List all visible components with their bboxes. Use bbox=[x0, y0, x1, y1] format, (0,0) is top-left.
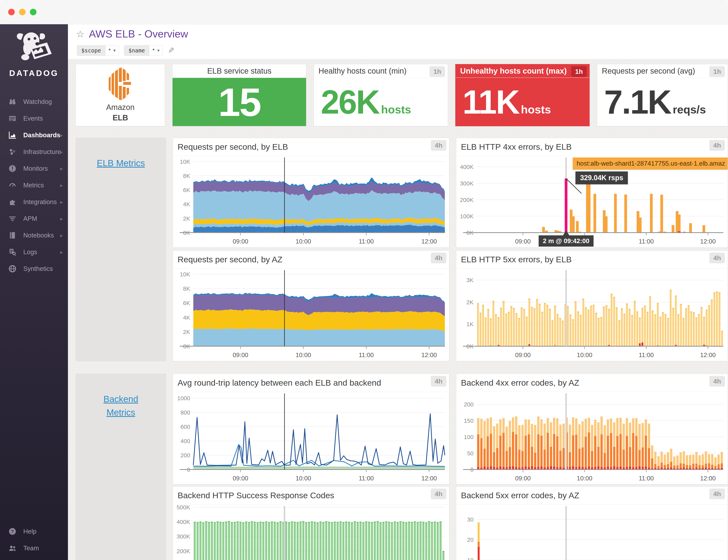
sidebar-item-label: Integrations bbox=[23, 198, 57, 206]
timeframe-badge[interactable]: 1h bbox=[429, 66, 445, 77]
svg-text:10:00: 10:00 bbox=[577, 351, 592, 358]
svg-text:11:00: 11:00 bbox=[359, 351, 374, 358]
plot-area[interactable]: 0200400600800100009:0010:0011:0012:00 bbox=[173, 392, 449, 484]
sidebar-item-synthetics[interactable]: Synthetics bbox=[0, 260, 68, 277]
globe-icon bbox=[8, 264, 17, 273]
amazon-elb-caption: AmazonELB bbox=[106, 102, 135, 123]
sidebar-item-logs[interactable]: Logs bbox=[0, 244, 68, 260]
chart-backend-5xx-error-codes[interactable]: Backend 5xx error codes, by AZ4h 1020300… bbox=[456, 486, 728, 560]
chart-backend-4xx-error-codes[interactable]: Backend 4xx error codes, by AZ4h 0501001… bbox=[456, 374, 728, 484]
timeframe-badge[interactable]: 4h bbox=[431, 140, 446, 151]
backend-metrics-link[interactable]: BackendMetrics bbox=[76, 392, 166, 419]
sidebar-item-team[interactable]: Team bbox=[0, 540, 68, 557]
template-var-scope[interactable]: $scope *▾ bbox=[77, 45, 119, 56]
svg-text:10K: 10K bbox=[180, 158, 190, 165]
svg-text:12:00: 12:00 bbox=[700, 475, 716, 482]
sidebar-item-dashboards[interactable]: Dashboards bbox=[0, 127, 68, 143]
chart-requests-per-second-by-elb[interactable]: Requests per second, by ELB4h 0K2K4K6K8K… bbox=[173, 138, 449, 248]
plot-area[interactable]: 0K2K4K6K8K10K09:0010:0011:0012:00 bbox=[173, 269, 449, 361]
chart-elb-http-4xx-errors[interactable]: ELB HTTP 4xx errors, by ELB4h 0K100K200K… bbox=[456, 138, 728, 248]
plot-area[interactable]: 100K200K300K400K500K09:0010:0011:0012:00 bbox=[173, 504, 449, 560]
sidebar-item-notebooks[interactable]: Notebooks bbox=[0, 227, 68, 244]
template-var-name[interactable]: $name *▾ bbox=[124, 45, 163, 56]
timeframe-badge[interactable]: 4h bbox=[431, 253, 446, 263]
svg-text:300K: 300K bbox=[460, 180, 473, 187]
svg-text:11:00: 11:00 bbox=[639, 238, 654, 245]
svg-text:09:00: 09:00 bbox=[233, 238, 248, 245]
svg-text:10: 10 bbox=[467, 557, 473, 560]
timeframe-badge[interactable]: 1h bbox=[571, 66, 587, 77]
page-title: AWS ELB - Overview bbox=[89, 28, 188, 40]
template-var-value-dropdown[interactable]: *▾ bbox=[149, 45, 163, 56]
area-chart-icon bbox=[8, 131, 17, 139]
plot-area[interactable]: 0K2K4K6K8K10K09:0010:0011:0012:00 bbox=[173, 156, 449, 247]
sidebar: DATADOG Watchdog Events Dashboards Infra… bbox=[0, 24, 68, 560]
unhealthy-hosts-widget[interactable]: Unhealthy hosts count (max)1h 11Khosts bbox=[455, 64, 590, 126]
sidebar-item-watchdog[interactable]: Watchdog bbox=[0, 93, 68, 110]
people-icon bbox=[8, 544, 17, 552]
sidebar-item-label: Notebooks bbox=[23, 232, 54, 239]
plot-area[interactable]: 10203009:0010:0011:0012:00 bbox=[456, 504, 728, 560]
sidebar-item-help[interactable]: Help bbox=[0, 523, 68, 540]
plot-area[interactable]: 0K100K200K300K400K09:0010:0011:0012:00 bbox=[456, 156, 728, 247]
elb-metrics-link[interactable]: ELB Metrics bbox=[76, 157, 166, 170]
widget-title: Requests per second (avg) bbox=[597, 67, 695, 75]
elb-service-status-widget[interactable]: ELB service status 15 bbox=[172, 64, 306, 126]
sidebar-item-metrics[interactable]: Metrics bbox=[0, 177, 68, 194]
svg-text:600: 600 bbox=[181, 423, 190, 430]
chevron-down-icon: ▾ bbox=[113, 48, 116, 53]
sidebar-item-label: Dashboards bbox=[23, 131, 60, 139]
sidebar-item-events[interactable]: Events bbox=[0, 110, 68, 127]
chevron-down-icon: ▾ bbox=[157, 48, 160, 53]
timeframe-badge[interactable]: 4h bbox=[709, 140, 725, 151]
timeframe-badge[interactable]: 4h bbox=[431, 489, 446, 499]
svg-text:4K: 4K bbox=[183, 201, 190, 207]
zoom-window-button[interactable] bbox=[30, 9, 37, 15]
svg-text:6K: 6K bbox=[183, 187, 190, 193]
widget-title: Unhealthy hosts count (max) bbox=[455, 67, 567, 75]
svg-text:500K: 500K bbox=[177, 504, 190, 510]
datadog-logo[interactable]: DATADOG bbox=[0, 24, 68, 80]
chart-title: Avg round-trip latency between each ELB … bbox=[173, 378, 381, 388]
template-var-name: $scope bbox=[77, 45, 105, 56]
stat-unit: reqs/s bbox=[673, 103, 706, 116]
chart-elb-http-5xx-errors[interactable]: ELB HTTP 5xx errors, by ELB4h 0K1K2K3K09… bbox=[456, 250, 728, 361]
timeframe-badge[interactable]: 4h bbox=[431, 376, 446, 387]
sidebar-item-monitors[interactable]: Monitors bbox=[0, 160, 68, 177]
timeframe-badge[interactable]: 1h bbox=[709, 66, 725, 77]
chart-title: ELB HTTP 5xx errors, by ELB bbox=[456, 255, 571, 264]
svg-text:2K: 2K bbox=[183, 215, 190, 222]
timeframe-badge[interactable]: 4h bbox=[709, 253, 725, 263]
close-window-button[interactable] bbox=[8, 9, 15, 15]
chart-avg-round-trip-latency[interactable]: Avg round-trip latency between each ELB … bbox=[173, 374, 449, 484]
chart-backend-http-success-codes[interactable]: Backend HTTP Success Response Codes4h 10… bbox=[173, 486, 449, 560]
amazon-elb-logo-widget: AmazonELB bbox=[76, 64, 165, 126]
log-search-icon bbox=[8, 248, 17, 256]
dashboard-main: ☆ AWS ELB - Overview $scope *▾ $name *▾ … bbox=[68, 24, 728, 560]
sidebar-item-apm[interactable]: APM bbox=[0, 210, 68, 227]
svg-text:800: 800 bbox=[181, 409, 190, 416]
svg-text:11:00: 11:00 bbox=[359, 475, 374, 482]
svg-text:11:00: 11:00 bbox=[359, 238, 374, 245]
timeframe-badge[interactable]: 4h bbox=[709, 489, 725, 499]
minimize-window-button[interactable] bbox=[19, 9, 26, 15]
chart-requests-per-second-by-az[interactable]: Requests per second, by AZ4h 0K2K4K6K8K1… bbox=[173, 250, 449, 361]
backend-metrics-note-panel: BackendMetrics bbox=[76, 374, 166, 560]
svg-text:1000: 1000 bbox=[177, 395, 190, 401]
sidebar-item-label: Watchdog bbox=[23, 98, 52, 105]
svg-text:6K: 6K bbox=[183, 300, 190, 306]
svg-text:12:00: 12:00 bbox=[421, 238, 437, 245]
chart-title: Requests per second, by AZ bbox=[173, 255, 283, 264]
sidebar-item-infrastructure[interactable]: Infrastructure bbox=[0, 143, 68, 160]
plot-area[interactable]: 05010015020009:0010:0011:0012:00 bbox=[456, 392, 728, 484]
edit-pencil-icon[interactable]: ✎ bbox=[168, 46, 175, 55]
plot-area[interactable]: 0K1K2K3K09:0010:0011:0012:00 bbox=[456, 269, 728, 361]
template-var-value-dropdown[interactable]: *▾ bbox=[105, 45, 119, 56]
favorite-star-icon[interactable]: ☆ bbox=[76, 29, 84, 39]
requests-per-second-widget[interactable]: Requests per second (avg)1h 7.1Kreqs/s bbox=[597, 64, 728, 126]
chart-title: Backend 5xx error codes, by AZ bbox=[456, 491, 579, 500]
svg-text:09:00: 09:00 bbox=[233, 351, 248, 358]
healthy-hosts-widget[interactable]: Healthy hosts count (min)1h 26Khosts bbox=[314, 64, 448, 126]
timeframe-badge[interactable]: 4h bbox=[709, 376, 725, 387]
sidebar-item-integrations[interactable]: Integrations bbox=[0, 194, 68, 210]
